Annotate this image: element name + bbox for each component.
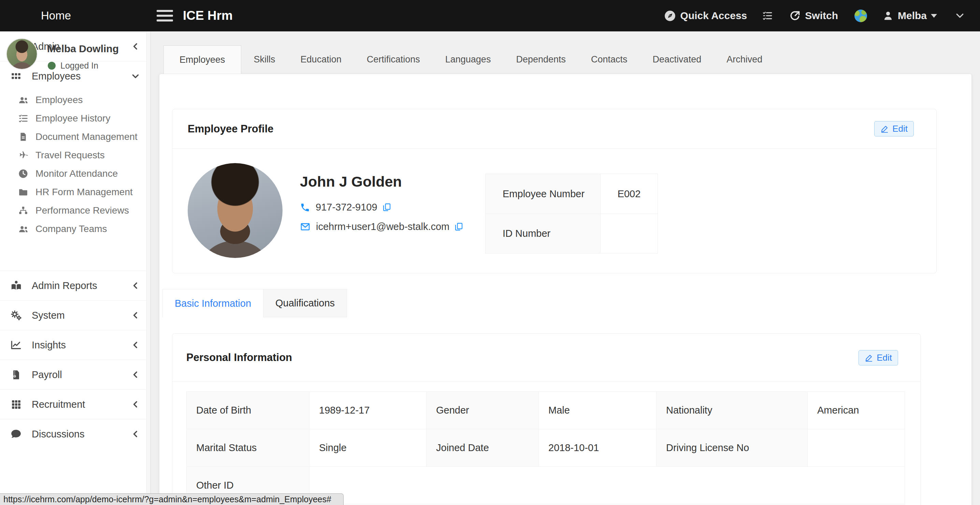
sidebar-item-payroll[interactable]: Payroll	[0, 360, 150, 389]
tab-certifications[interactable]: Certifications	[354, 45, 433, 74]
submenu-item-employees[interactable]: Employees	[0, 91, 150, 109]
logged-in-status-dot	[48, 62, 56, 70]
table-row: Date of Birth 1989-12-17 Gender Male Nat…	[187, 392, 905, 429]
payroll-file-icon	[9, 370, 23, 380]
status-bar-url: https://icehrm.com/app/demo-icehrm/?g=ad…	[0, 494, 344, 505]
hamburger-menu-icon[interactable]	[157, 10, 173, 21]
id-number-value	[601, 214, 657, 253]
person-icon	[883, 11, 893, 21]
employee-phone-row: 917-372-9109	[300, 202, 463, 213]
employee-number-value: E002	[601, 174, 657, 213]
sitemap-icon	[17, 206, 29, 216]
copy-email-icon[interactable]	[454, 222, 463, 231]
main-content: Employees Skills Education Certification…	[150, 31, 980, 505]
switch-icon	[789, 10, 800, 21]
date-of-birth-value: 1989-12-17	[310, 392, 426, 429]
chevron-left-icon	[131, 430, 140, 438]
submenu-item-performance-reviews[interactable]: Performance Reviews	[0, 201, 150, 220]
chart-line-icon	[9, 339, 23, 351]
user-menu[interactable]: Melba	[883, 10, 937, 21]
tab-education[interactable]: Education	[288, 45, 354, 74]
employee-name: John J Golden	[300, 173, 463, 190]
employee-phone: 917-372-9109	[316, 202, 377, 213]
sidebar-item-system[interactable]: System	[0, 300, 150, 330]
chevron-left-icon	[131, 341, 140, 349]
user-avatar[interactable]	[6, 38, 38, 70]
tasks-checklist-icon	[762, 10, 773, 21]
driving-license-value	[808, 429, 905, 467]
top-bar: Home ICE Hrm Quick Access Switch	[0, 0, 980, 31]
tab-skills[interactable]: Skills	[241, 45, 288, 74]
submenu-item-monitor-attendance[interactable]: Monitor Attendance	[0, 164, 150, 183]
tab-archived[interactable]: Archived	[714, 45, 775, 74]
sidebar-item-recruitment[interactable]: Recruitment	[0, 389, 150, 419]
edit-pencil-icon	[880, 124, 889, 133]
sidebar-user-card: Melba Dowling Logged In	[0, 31, 150, 79]
table-row: ID Number	[485, 213, 657, 253]
tasks-button[interactable]	[762, 10, 773, 21]
user-name: Melba	[898, 10, 927, 21]
tab-dependents[interactable]: Dependents	[503, 45, 578, 74]
nationality-value: American	[808, 392, 905, 429]
submenu-item-document-management[interactable]: Document Management	[0, 127, 150, 146]
joined-date-value: 2018-10-01	[539, 429, 657, 467]
app-title: ICE Hrm	[183, 0, 233, 31]
module-tab-bar: Employees Skills Education Certification…	[164, 45, 775, 74]
tab-contacts[interactable]: Contacts	[578, 45, 640, 74]
employee-email: icehrm+user1@web-stalk.com	[316, 221, 449, 233]
language-globe-icon[interactable]	[854, 10, 867, 22]
plane-icon	[17, 150, 29, 161]
content-panel: Employee Profile Edit John J Golden	[159, 74, 972, 505]
grid-large-icon	[9, 399, 23, 410]
employee-id-table: Employee Number E002 ID Number	[485, 174, 658, 253]
copy-phone-icon[interactable]	[382, 203, 391, 212]
mail-icon	[300, 221, 310, 232]
sidebar: Melba Dowling Logged In Admin Employees	[0, 31, 150, 505]
tab-qualifications[interactable]: Qualifications	[263, 289, 347, 317]
home-link[interactable]: Home	[41, 0, 71, 31]
chevron-left-icon	[131, 281, 140, 290]
employee-email-row: icehrm+user1@web-stalk.com	[300, 221, 463, 233]
gender-value: Male	[539, 392, 657, 429]
phone-icon	[300, 202, 310, 213]
table-row: Employee Number E002	[485, 174, 657, 213]
employee-profile-card: Employee Profile Edit John J Golden	[172, 109, 937, 273]
caret-down-icon	[931, 14, 937, 18]
marital-status-value: Single	[310, 429, 426, 467]
employee-profile-edit-button[interactable]: Edit	[874, 121, 914, 137]
sidebar-item-discussions[interactable]: Discussions	[0, 419, 150, 449]
submenu-item-hr-form-management[interactable]: HR Form Management	[0, 183, 150, 201]
tab-deactivated[interactable]: Deactivated	[640, 45, 714, 74]
submenu-item-employee-history[interactable]: Employee History	[0, 109, 150, 127]
topbar-chevron-down-icon[interactable]	[955, 11, 965, 21]
submenu-item-travel-requests[interactable]: Travel Requests	[0, 146, 150, 164]
book-reader-icon	[9, 280, 23, 292]
tab-languages[interactable]: Languages	[433, 45, 504, 74]
chevron-left-icon	[131, 400, 140, 409]
gears-icon	[9, 309, 23, 322]
employee-photo	[188, 163, 283, 258]
employees-submenu: Employees Employee History Document Mana…	[0, 91, 150, 271]
tab-basic-information[interactable]: Basic Information	[162, 289, 263, 317]
users-icon	[17, 95, 29, 105]
chevron-left-icon	[131, 370, 140, 379]
other-id-value	[310, 467, 905, 504]
chevron-left-icon	[131, 311, 140, 320]
checklist-icon	[17, 113, 29, 124]
detail-tab-bar: Basic Information Qualifications	[162, 289, 347, 317]
edit-pencil-icon	[865, 354, 873, 362]
employee-profile-title: Employee Profile	[188, 123, 874, 135]
personal-information-card: Personal Information Edit Date of Birth …	[172, 333, 921, 505]
sidebar-item-admin-reports[interactable]: Admin Reports	[0, 271, 150, 300]
clock-icon	[17, 169, 29, 179]
personal-information-edit-button[interactable]: Edit	[859, 350, 898, 365]
switch-button[interactable]: Switch	[789, 10, 838, 21]
quick-access-button[interactable]: Quick Access	[664, 10, 747, 22]
sidebar-item-insights[interactable]: Insights	[0, 330, 150, 360]
submenu-item-company-teams[interactable]: Company Teams	[0, 220, 150, 238]
tab-employees[interactable]: Employees	[164, 45, 241, 74]
comment-icon	[9, 428, 23, 440]
file-icon	[17, 132, 29, 142]
sidebar-scrollbar[interactable]	[146, 31, 150, 505]
users-icon	[17, 224, 29, 234]
